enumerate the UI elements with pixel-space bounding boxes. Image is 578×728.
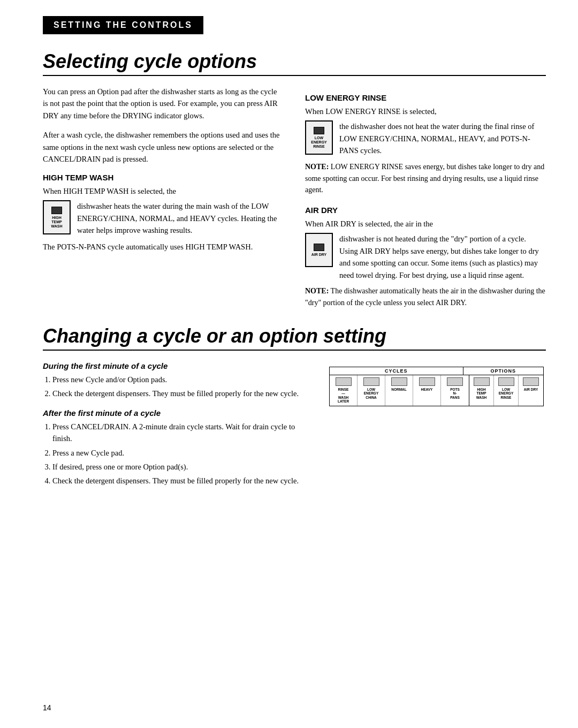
page-number: 14 bbox=[43, 703, 51, 712]
low-energy-icon-text: the dishwasher does not heat the water d… bbox=[339, 120, 546, 156]
high-temp-wash-title: HIGH TEMP WASH bbox=[43, 173, 284, 182]
during-section: During the first minute of a cycle Press… bbox=[43, 361, 308, 400]
during-steps-list: Press new Cycle and/or Option pads. Chec… bbox=[43, 374, 308, 400]
low-energy-btn-square bbox=[314, 127, 324, 134]
cycle-low-energy-label: LOWENERGYCHINA bbox=[364, 388, 378, 399]
cycle-normal-rect bbox=[391, 377, 407, 386]
option-btn-low-energy: LOWENERGYRINSE bbox=[494, 375, 519, 406]
air-dry-section: AIR DRY When AIR DRY is selected, the ai… bbox=[305, 206, 546, 309]
high-temp-btn-square bbox=[51, 207, 62, 214]
cycle-normal-label: NORMAL bbox=[391, 388, 407, 391]
cycle-low-energy-rect bbox=[363, 377, 379, 386]
option-high-temp-label: HIGHTEMPWASH bbox=[476, 388, 487, 399]
air-dry-note-text: The dishwasher automatically heats the a… bbox=[305, 287, 545, 307]
options-label: OPTIONS bbox=[463, 367, 543, 375]
low-energy-button-icon: LOWENERGYRINSE bbox=[305, 120, 333, 155]
option-low-energy-label: LOWENERGYRINSE bbox=[499, 388, 513, 399]
cycle-heavy-rect bbox=[419, 377, 435, 386]
air-dry-btn-square bbox=[314, 244, 324, 251]
air-dry-intro: When AIR DRY is selected, the air in the bbox=[305, 218, 546, 230]
option-btn-high-temp: HIGHTEMPWASH bbox=[469, 375, 494, 406]
panel-header: CYCLES OPTIONS bbox=[330, 367, 543, 375]
during-title: During the first minute of a cycle bbox=[43, 361, 308, 370]
high-temp-button-icon: HIGHTEMPWASH bbox=[43, 200, 71, 234]
cycles-label: CYCLES bbox=[330, 367, 463, 375]
low-energy-rinse-title: LOW ENERGY RINSE bbox=[305, 93, 546, 102]
cycles-options-panel: CYCLES OPTIONS RINSE—WASHLATER bbox=[329, 367, 544, 406]
after-step-4: Check the detergent dispensers. They mus… bbox=[52, 475, 308, 487]
header-title: SETTING THE CONTROLS bbox=[54, 20, 193, 29]
high-temp-wash-section: HIGH TEMP WASH When HIGH TEMP WASH is se… bbox=[43, 173, 284, 253]
low-energy-note: NOTE: LOW ENERGY RINSE saves energy, but… bbox=[305, 161, 546, 196]
air-dry-title: AIR DRY bbox=[305, 206, 546, 215]
panel-body: RINSE—WASHLATER LOWENERGYCHINA NORMAL bbox=[330, 375, 543, 406]
air-dry-body: dishwasher is not heated during the "dry… bbox=[339, 234, 539, 279]
section1-columns: You can press an Option pad after the di… bbox=[43, 86, 546, 309]
section1-right-col: LOW ENERGY RINSE When LOW ENERGY RINSE i… bbox=[305, 86, 546, 309]
options-header: OPTIONS bbox=[463, 367, 543, 375]
cycles-buttons: RINSE—WASHLATER LOWENERGYCHINA NORMAL bbox=[330, 375, 469, 406]
cycle-rinse-rect bbox=[336, 377, 352, 386]
intro-para-2: After a wash cycle, the dishwasher remem… bbox=[43, 129, 284, 165]
high-temp-body: dishwasher heats the water during the ma… bbox=[77, 202, 277, 234]
cycle-btn-low-energy: LOWENERGYCHINA bbox=[358, 375, 385, 406]
option-btn-air-dry: AIR DRY bbox=[519, 375, 543, 406]
low-energy-icon-block: LOWENERGYRINSE the dishwasher does not h… bbox=[305, 120, 546, 156]
during-step-1: Press new Cycle and/or Option pads. bbox=[52, 374, 308, 385]
cycle-heavy-label: HEAVY bbox=[421, 388, 433, 391]
air-dry-button-icon: AIR DRY bbox=[305, 233, 333, 267]
cycle-btn-normal: NORMAL bbox=[385, 375, 413, 406]
after-step-1: Press CANCEL/DRAIN. A 2-minute drain cyc… bbox=[52, 421, 308, 445]
air-dry-icon-block: AIR DRY dishwasher is not heated during … bbox=[305, 233, 546, 281]
air-dry-note: NOTE: The dishwasher automatically heats… bbox=[305, 285, 546, 308]
after-title: After the first minute of a cycle bbox=[43, 408, 308, 418]
high-temp-icon-text: dishwasher heats the water during the ma… bbox=[77, 200, 284, 236]
cycle-pots-rect bbox=[447, 377, 463, 386]
option-low-energy-rect bbox=[498, 377, 514, 386]
during-step-2: Check the detergent dispensers. They mus… bbox=[52, 388, 308, 399]
page-container: SETTING THE CONTROLS Selecting cycle opt… bbox=[0, 0, 578, 728]
air-dry-icon-text: dishwasher is not heated during the "dry… bbox=[339, 233, 546, 281]
after-step-3: If desired, press one or more Option pad… bbox=[52, 461, 308, 473]
section2-right: CYCLES OPTIONS RINSE—WASHLATER bbox=[329, 361, 546, 496]
high-temp-icon-block: HIGHTEMPWASH dishwasher heats the water … bbox=[43, 200, 284, 236]
high-temp-btn-label: HIGHTEMPWASH bbox=[51, 216, 63, 228]
section1-title: Selecting cycle options bbox=[43, 50, 546, 76]
section2-content: During the first minute of a cycle Press… bbox=[43, 361, 546, 496]
option-air-dry-rect bbox=[523, 377, 539, 386]
section2-left: During the first minute of a cycle Press… bbox=[43, 361, 308, 496]
air-dry-btn-label: AIR DRY bbox=[311, 253, 327, 257]
after-step-2: Press a new Cycle pad. bbox=[52, 447, 308, 459]
cycle-btn-pots: POTSN-PANS bbox=[441, 375, 469, 406]
section1-left-col: You can press an Option pad after the di… bbox=[43, 86, 284, 309]
cycle-btn-rinse: RINSE—WASHLATER bbox=[330, 375, 358, 406]
cycles-header: CYCLES bbox=[330, 367, 463, 375]
air-dry-note-label: NOTE: bbox=[305, 287, 329, 295]
section1: Selecting cycle options You can press an… bbox=[43, 50, 546, 309]
options-buttons: HIGHTEMPWASH LOWENERGYRINSE AIR DRY bbox=[469, 375, 543, 406]
after-section: After the first minute of a cycle Press … bbox=[43, 408, 308, 487]
low-energy-rinse-intro: When LOW ENERGY RINSE is selected, bbox=[305, 105, 546, 117]
low-energy-note-label: NOTE: bbox=[305, 163, 329, 171]
low-energy-btn-label: LOWENERGYRINSE bbox=[311, 136, 327, 148]
low-energy-note-text: LOW ENERGY RINSE saves energy, but dishe… bbox=[305, 163, 544, 194]
cycle-rinse-label: RINSE—WASHLATER bbox=[338, 388, 349, 404]
section2: Changing a cycle or an option setting Du… bbox=[43, 325, 546, 496]
option-high-temp-rect bbox=[474, 377, 490, 386]
high-temp-footer: The POTS-N-PANS cycle automatically uses… bbox=[43, 241, 284, 253]
option-air-dry-label: AIR DRY bbox=[524, 388, 538, 391]
after-steps-list: Press CANCEL/DRAIN. A 2-minute drain cyc… bbox=[43, 421, 308, 487]
header-bar: SETTING THE CONTROLS bbox=[43, 16, 203, 34]
low-energy-body: the dishwasher does not heat the water d… bbox=[339, 122, 534, 155]
cycle-pots-label: POTSN-PANS bbox=[450, 388, 460, 399]
low-energy-rinse-section: LOW ENERGY RINSE When LOW ENERGY RINSE i… bbox=[305, 93, 546, 196]
high-temp-intro: When HIGH TEMP WASH is selected, the bbox=[43, 185, 284, 197]
cycle-btn-heavy: HEAVY bbox=[413, 375, 441, 406]
section2-title: Changing a cycle or an option setting bbox=[43, 325, 546, 351]
intro-para-1: You can press an Option pad after the di… bbox=[43, 86, 284, 122]
